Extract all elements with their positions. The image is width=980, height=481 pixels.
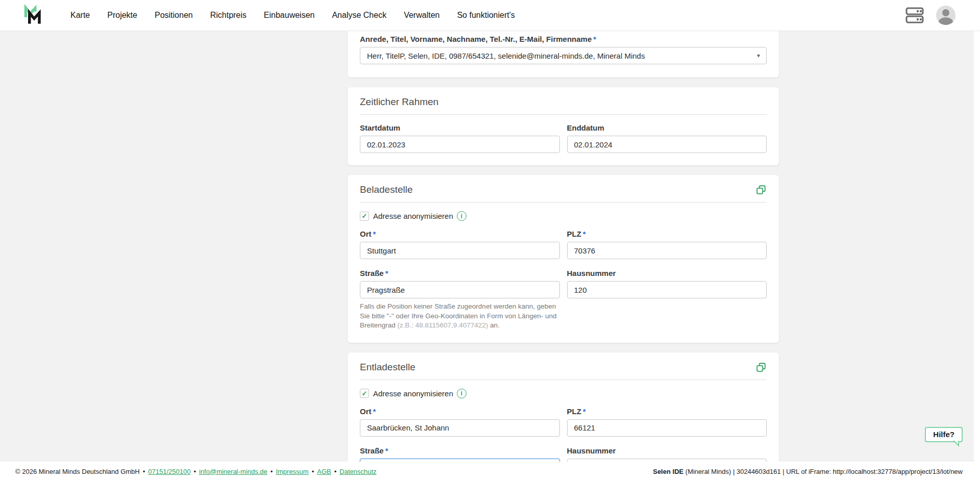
scrollbar-track[interactable] xyxy=(974,31,980,481)
strasse-label-loading: Straße* xyxy=(360,269,560,277)
ort-label-text: Ort xyxy=(360,407,372,416)
info-icon-glyph: i xyxy=(461,390,462,397)
nav-item-karte[interactable]: Karte xyxy=(70,11,90,20)
ort-label-text: Ort xyxy=(360,230,372,238)
top-navigation-bar: Karte Projekte Positionen Richtpreis Ein… xyxy=(0,0,980,31)
ort-field-unloading: Ort* xyxy=(360,407,560,437)
session-info: Selen IDE (Mineral Minds) | 30244603d161… xyxy=(653,468,963,475)
plz-label-unloading: PLZ* xyxy=(567,407,767,416)
strasse-hint-text: Falls die Position keiner Straße zugeord… xyxy=(360,302,560,331)
checkmark-icon: ✓ xyxy=(362,390,368,397)
timeframe-card: Zeitlicher Rahmen Startdatum Enddatum xyxy=(348,87,779,165)
strasse-input-loading[interactable] xyxy=(360,281,560,298)
required-marker: * xyxy=(373,230,376,238)
info-icon-glyph: i xyxy=(461,213,462,220)
help-button[interactable]: Hilfe? xyxy=(925,427,963,442)
plz-label-loading: PLZ* xyxy=(567,230,767,238)
hausnummer-label-unloading: Hausnummer xyxy=(567,446,767,455)
anonymize-label-loading: Adresse anonymisieren xyxy=(373,212,453,220)
contact-select-label-text: Anrede, Titel, Vorname, Nachname, Tel.-N… xyxy=(360,35,592,43)
beladestelle-title: Beladestelle xyxy=(360,184,413,195)
contact-select-label: Anrede, Titel, Vorname, Nachname, Tel.-N… xyxy=(360,35,767,43)
avatar-body-shape xyxy=(939,17,953,25)
nav-item-einbauweisen[interactable]: Einbauweisen xyxy=(264,11,315,20)
nav-item-richtpreis[interactable]: Richtpreis xyxy=(210,11,247,20)
session-details: (Mineral Minds) | 30244603d161 | URL of … xyxy=(683,468,963,475)
footer-separator: • xyxy=(334,468,337,475)
enddatum-input[interactable] xyxy=(567,136,767,153)
ort-field-loading: Ort* xyxy=(360,230,560,259)
info-icon[interactable]: i xyxy=(457,211,467,221)
plz-field-unloading: PLZ* xyxy=(567,407,767,437)
enddatum-label: Enddatum xyxy=(567,123,767,132)
info-icon[interactable]: i xyxy=(457,389,467,398)
required-marker: * xyxy=(583,407,586,416)
mineral-minds-logo-icon[interactable] xyxy=(22,4,45,27)
nav-item-projekte[interactable]: Projekte xyxy=(107,11,137,20)
server-icon[interactable] xyxy=(905,7,924,23)
required-marker: * xyxy=(385,269,388,277)
copyright-text: © 2026 Mineral Minds Deutschland GmbH xyxy=(15,468,140,475)
form-content-column: Anrede, Titel, Vorname, Nachname, Tel.-N… xyxy=(348,31,779,481)
nav-item-analyse-check[interactable]: Analyse Check xyxy=(332,11,386,20)
footer-agb-link[interactable]: AGB xyxy=(317,468,331,475)
ort-input-loading[interactable] xyxy=(360,242,560,259)
anonymize-label-unloading: Adresse anonymisieren xyxy=(373,389,453,398)
footer-separator: • xyxy=(193,468,196,475)
nav-item-so-funktionierts[interactable]: So funktioniert's xyxy=(457,11,514,20)
entladestelle-section-head: Entladestelle xyxy=(360,362,767,380)
entladestelle-title: Entladestelle xyxy=(360,362,415,373)
plz-label-text: PLZ xyxy=(567,407,581,416)
strasse-label-text: Straße xyxy=(360,446,384,455)
chevron-down-icon: ▾ xyxy=(757,52,760,59)
strasse-label-unloading: Straße* xyxy=(360,446,560,455)
ort-label-unloading: Ort* xyxy=(360,407,560,416)
plz-field-loading: PLZ* xyxy=(567,230,767,259)
hausnummer-field-loading: Hausnummer xyxy=(567,269,767,298)
enddatum-field: Enddatum xyxy=(567,123,767,153)
footer-left: © 2026 Mineral Minds Deutschland GmbH • … xyxy=(15,468,377,475)
beladestelle-section-head: Beladestelle xyxy=(360,184,767,202)
footer-datenschutz-link[interactable]: Datenschutz xyxy=(339,468,376,475)
startdatum-input[interactable] xyxy=(360,136,560,153)
main-nav: Karte Projekte Positionen Richtpreis Ein… xyxy=(70,11,515,20)
copy-icon[interactable] xyxy=(755,362,767,373)
plz-input-loading[interactable] xyxy=(567,242,767,259)
plz-input-unloading[interactable] xyxy=(567,419,767,437)
timeframe-section-head: Zeitlicher Rahmen xyxy=(360,96,767,115)
session-user: Selen IDE xyxy=(653,468,683,475)
footer-separator: • xyxy=(271,468,273,475)
header-actions xyxy=(905,6,955,25)
contact-select[interactable]: Herr, TitelP, Selen, IDE, 0987/654321, s… xyxy=(360,47,767,64)
anonymize-checkbox-unloading[interactable]: ✓ xyxy=(360,389,369,398)
startdatum-label: Startdatum xyxy=(360,123,560,132)
anonymize-row-loading: ✓ Adresse anonymisieren i xyxy=(360,211,767,221)
checkmark-icon: ✓ xyxy=(362,213,368,219)
footer-phone-link[interactable]: 07151/250100 xyxy=(148,468,190,475)
footer-email-link[interactable]: info@mineral-minds.de xyxy=(199,468,267,475)
hausnummer-label-loading: Hausnummer xyxy=(567,269,767,277)
copy-icon[interactable] xyxy=(755,184,767,195)
user-avatar[interactable] xyxy=(936,6,955,25)
footer-separator: • xyxy=(143,468,145,475)
nav-item-positionen[interactable]: Positionen xyxy=(155,11,193,20)
required-marker: * xyxy=(583,230,586,238)
hausnummer-input-loading[interactable] xyxy=(567,281,767,298)
required-marker: * xyxy=(385,446,388,455)
avatar-head-shape xyxy=(942,9,949,16)
contact-select-value: Herr, TitelP, Selen, IDE, 0987/654321, s… xyxy=(367,52,645,60)
ort-label-loading: Ort* xyxy=(360,230,560,238)
footer-separator: • xyxy=(312,468,314,475)
startdatum-field: Startdatum xyxy=(360,123,560,153)
anonymize-checkbox-loading[interactable]: ✓ xyxy=(360,212,369,221)
required-marker: * xyxy=(373,407,376,416)
footer-bar: © 2026 Mineral Minds Deutschland GmbH • … xyxy=(0,462,980,481)
beladestelle-card: Beladestelle ✓ Adresse anonymisieren i O… xyxy=(348,175,779,343)
plz-label-text: PLZ xyxy=(567,230,581,238)
hint-suffix-text: an. xyxy=(488,321,500,329)
ort-input-unloading[interactable] xyxy=(360,419,560,437)
nav-item-verwalten[interactable]: Verwalten xyxy=(404,11,439,20)
strasse-field-loading: Straße* xyxy=(360,269,560,298)
footer-impressum-link[interactable]: Impressum xyxy=(276,468,308,475)
strasse-label-text: Straße xyxy=(360,269,384,277)
